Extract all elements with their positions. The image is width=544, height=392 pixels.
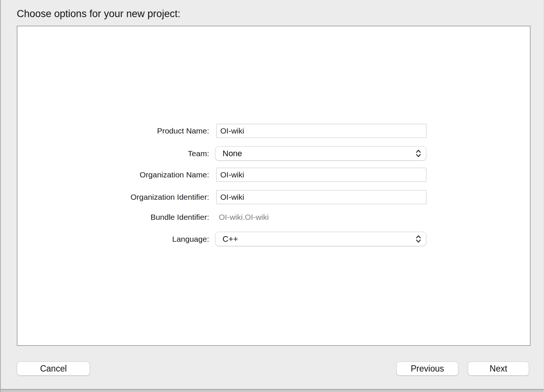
next-button[interactable]: Next bbox=[468, 362, 529, 376]
new-project-options-sheet: Choose options for your new project: Pro… bbox=[0, 0, 544, 392]
language-popup[interactable]: C++ bbox=[215, 232, 426, 246]
bundle-identifier-label: Bundle Identifier: bbox=[1, 212, 209, 222]
team-popup[interactable]: None bbox=[215, 146, 426, 161]
organization-identifier-label: Organization Identifier: bbox=[1, 192, 209, 202]
language-label: Language: bbox=[1, 234, 209, 244]
organization-identifier-input[interactable] bbox=[216, 190, 426, 204]
organization-name-input[interactable] bbox=[216, 168, 426, 182]
team-label: Team: bbox=[1, 149, 209, 158]
language-popup-value: C++ bbox=[215, 234, 416, 244]
window-bottom-frame bbox=[1, 389, 544, 392]
sheet-title: Choose options for your new project: bbox=[17, 8, 180, 20]
organization-name-label: Organization Name: bbox=[1, 170, 209, 180]
options-panel bbox=[17, 26, 531, 346]
team-popup-value: None bbox=[215, 149, 416, 158]
product-name-label: Product Name: bbox=[1, 126, 209, 136]
chevron-up-down-icon bbox=[416, 235, 421, 243]
product-name-input[interactable] bbox=[216, 124, 426, 138]
cancel-button[interactable]: Cancel bbox=[17, 362, 90, 376]
chevron-up-down-icon bbox=[416, 149, 421, 158]
previous-button[interactable]: Previous bbox=[396, 362, 458, 376]
bundle-identifier-value: OI-wiki.OI-wiki bbox=[219, 212, 269, 222]
